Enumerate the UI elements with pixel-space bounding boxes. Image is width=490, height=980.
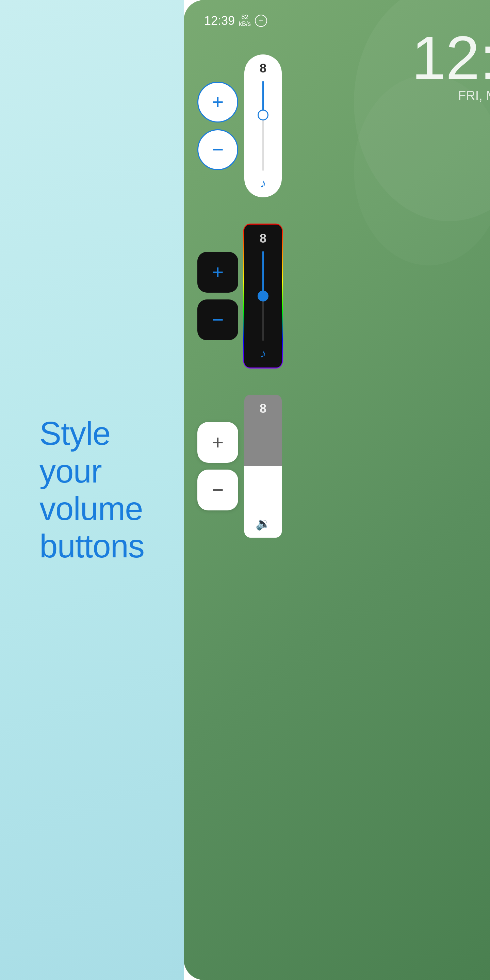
vol1-track[interactable]	[262, 81, 264, 171]
vol2-buttons: + −	[197, 252, 238, 340]
vol2-number: 8	[259, 231, 266, 246]
clock-widget: 12: FRI, M	[412, 27, 490, 103]
volume-group-3: + − 8 🔉	[197, 395, 282, 538]
vol3-slider-top: 8	[244, 395, 282, 466]
vol2-thumb	[258, 291, 269, 301]
volume-group-1: + − 8 ♪	[197, 54, 282, 197]
vol1-minus-icon: −	[212, 140, 224, 160]
vol2-plus-button[interactable]: +	[197, 252, 238, 293]
status-time: 12:39	[204, 14, 235, 28]
vol2-slider-inner: 8 ♪	[244, 224, 282, 368]
vol3-speaker-icon: 🔉	[256, 517, 271, 531]
vol3-plus-button[interactable]: +	[197, 422, 238, 463]
vol3-buttons: + −	[197, 422, 238, 511]
vol1-plus-button[interactable]: +	[197, 82, 238, 123]
vol3-minus-button[interactable]: −	[197, 469, 238, 511]
kbs-label: kB/s	[239, 21, 251, 27]
vol2-minus-icon: −	[212, 310, 224, 330]
volume-group-2: + − 8 ♪	[197, 224, 282, 368]
vol1-music-icon: ♪	[260, 176, 266, 191]
vol1-slider[interactable]: 8 ♪	[244, 54, 282, 197]
tagline-text: Style your volume buttons	[40, 415, 144, 565]
status-plus-icon: +	[255, 14, 267, 27]
vol2-slider-container[interactable]: 8 ♪	[244, 224, 282, 368]
vol2-plus-icon: +	[212, 262, 224, 282]
vol3-slider[interactable]: 8 🔉	[244, 395, 282, 538]
vol1-thumb	[258, 110, 269, 121]
vol1-buttons: + −	[197, 82, 238, 170]
vol2-minus-button[interactable]: −	[197, 299, 238, 340]
vol3-number: 8	[259, 401, 266, 416]
clock-date: FRI, M	[412, 89, 490, 103]
vol1-number: 8	[259, 61, 266, 76]
left-panel: Style your volume buttons	[0, 0, 184, 980]
vol3-plus-icon: +	[212, 432, 224, 453]
vol2-music-icon: ♪	[260, 347, 266, 361]
clock-time: 12:	[412, 27, 490, 89]
kbs-value: 82	[242, 14, 248, 21]
vol1-minus-button[interactable]: −	[197, 129, 238, 170]
status-kbs: 82 kB/s	[239, 14, 251, 27]
vol1-plus-icon: +	[212, 92, 224, 112]
svg-point-1	[354, 75, 490, 266]
vol3-slider-bottom: 🔉	[244, 466, 282, 538]
vol3-minus-icon: −	[212, 480, 224, 500]
vol2-track[interactable]	[262, 251, 264, 341]
vol2-fill	[262, 251, 264, 296]
phone-mockup: 12:39 82 kB/s + 12: FRI, M + − 8	[184, 0, 490, 980]
status-bar: 12:39 82 kB/s +	[204, 14, 476, 28]
